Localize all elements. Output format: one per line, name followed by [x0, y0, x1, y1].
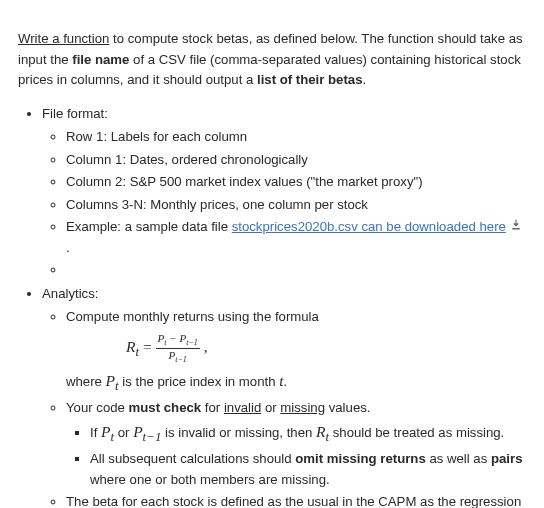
- file-format-item: File format: Row 1: Labels for each colu…: [42, 104, 526, 281]
- where-line: where Pt is the price index in month t.: [66, 374, 287, 389]
- analytics-sublist: Compute monthly returns using the formul…: [42, 307, 526, 508]
- row1-label: Row 1: Labels for each column: [66, 127, 526, 147]
- if-missing-item: If Pt or Pt−1 is invalid or missing, the…: [90, 420, 526, 447]
- intro-lead: Write a function: [18, 31, 109, 46]
- returns-intro: Compute monthly returns using the formul…: [66, 309, 319, 324]
- returns-item: Compute monthly returns using the formul…: [66, 307, 526, 396]
- returns-formula: Rt = Pt − Pt−1Pt−1 ,: [126, 332, 526, 365]
- sample-file-link[interactable]: stockprices2020b.csv can be downloaded h…: [232, 219, 506, 234]
- example-pre: Example: a sample data file: [66, 219, 232, 234]
- download-icon[interactable]: [510, 217, 522, 237]
- analytics-heading: Analytics:: [42, 286, 98, 301]
- main-list: File format: Row 1: Labels for each colu…: [18, 104, 526, 508]
- problem-intro: Write a function to compute stock betas,…: [18, 29, 526, 90]
- col1-label: Column 1: Dates, ordered chronologically: [66, 150, 526, 170]
- check-values-item: Your code must check for invalid or miss…: [66, 398, 526, 490]
- intro-filename: file name: [72, 52, 129, 67]
- beta-def-item: The beta for each stock is defined as th…: [66, 492, 526, 508]
- empty-bullet: [66, 260, 526, 280]
- example-line: Example: a sample data file stockprices2…: [66, 217, 526, 258]
- file-format-heading: File format:: [42, 106, 108, 121]
- example-post: .: [66, 240, 70, 255]
- omit-pairs-item: All subsequent calculations should omit …: [90, 449, 526, 490]
- analytics-item: Analytics: Compute monthly returns using…: [42, 284, 526, 508]
- intro-seg3: .: [363, 72, 367, 87]
- col3n-label: Columns 3-N: Monthly prices, one column …: [66, 195, 526, 215]
- file-format-sublist: Row 1: Labels for each column Column 1: …: [42, 127, 526, 280]
- col2-label: Column 2: S&P 500 market index values ("…: [66, 172, 526, 192]
- intro-listbetas: list of their betas: [257, 72, 363, 87]
- check-sublist: If Pt or Pt−1 is invalid or missing, the…: [66, 420, 526, 490]
